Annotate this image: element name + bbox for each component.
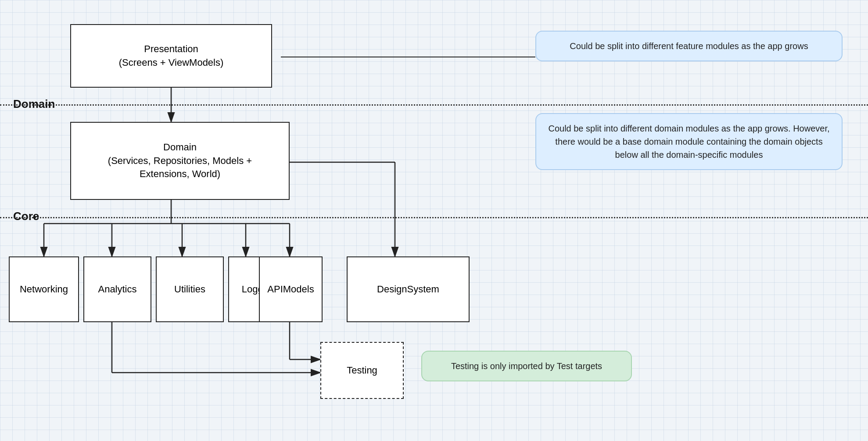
domain-callout: Could be split into different domain mod… (535, 113, 843, 170)
testing-label: Testing (347, 364, 377, 377)
domain-label-line2: (Services, Repositories, Models + (108, 154, 252, 168)
domain-callout-text: Could be split into different domain mod… (548, 124, 829, 160)
testing-box: Testing (320, 342, 404, 399)
core-divider (0, 217, 868, 218)
presentation-callout-text: Could be split into different feature mo… (570, 41, 808, 51)
diagram-container: Presentation (Screens + ViewModels) Doma… (0, 0, 868, 441)
domain-label-line1: Domain (108, 141, 252, 154)
testing-callout-text: Testing is only imported by Test targets (451, 361, 602, 371)
domain-label-line3: Extensions, World) (108, 167, 252, 181)
analytics-box: Analytics (83, 256, 151, 322)
designsystem-label: DesignSystem (377, 283, 439, 296)
networking-box: Networking (9, 256, 79, 322)
core-section-label: Core (13, 210, 39, 223)
domain-divider (0, 104, 868, 106)
networking-label: Networking (20, 283, 68, 296)
analytics-label: Analytics (98, 283, 136, 296)
designsystem-box: DesignSystem (347, 256, 470, 322)
utilities-box: Utilities (156, 256, 224, 322)
domain-box: Domain (Services, Repositories, Models +… (70, 122, 290, 200)
utilities-label: Utilities (174, 283, 205, 296)
presentation-label-line2: (Screens + ViewModels) (119, 56, 224, 70)
presentation-box: Presentation (Screens + ViewModels) (70, 24, 272, 88)
presentation-callout: Could be split into different feature mo… (535, 31, 843, 61)
apimodels-label: APIModels (267, 283, 314, 296)
presentation-label-line1: Presentation (119, 43, 224, 56)
apimodels-box: APIModels (259, 256, 323, 322)
testing-callout: Testing is only imported by Test targets (421, 351, 632, 381)
